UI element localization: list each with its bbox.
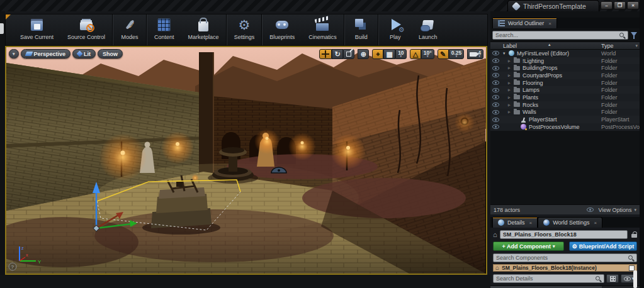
toolbar-button[interactable]: Build [345,14,378,45]
grid-snap-toggle-button[interactable]: ▦ [383,49,395,59]
unreal-editor-window: ThirdPersonTemplate – ❐ × Save Current S… [0,0,644,288]
close-button[interactable]: × [627,1,639,9]
components-search-box[interactable] [493,253,637,262]
camera-speed-button[interactable]: 4 [467,49,483,59]
close-tab-icon[interactable]: × [594,220,597,226]
outliner-row[interactable]: ▹ Plants Folder [490,94,640,101]
toolbar-button[interactable]: Launch [412,14,444,45]
expander-arrow-icon[interactable]: ▹ [508,95,514,100]
actor-name-input[interactable] [500,231,627,238]
actor-type-icon [514,80,520,85]
rotate-tool-button[interactable]: ↻ [332,49,343,59]
visibility-eye-icon[interactable] [492,125,499,129]
lit-button[interactable]: Lit [72,49,96,58]
toolbar-button[interactable]: Settings [227,14,263,45]
grid-icon: ▦ [386,51,392,58]
show-button[interactable]: Show [98,49,123,58]
component-instance-row[interactable]: ⌂ SM_Plains_Floors_Block18(Instance) [493,264,637,272]
visibility-eye-icon[interactable] [492,110,499,114]
expander-arrow-icon[interactable]: ▹ [508,58,514,64]
visibility-eye-icon[interactable] [492,88,499,92]
scale-snap-toggle-button[interactable]: ✎ [438,49,449,59]
outliner-filter-icon[interactable] [630,31,638,39]
toolbar-button[interactable]: Marketplace [181,14,227,45]
outliner-row[interactable]: ▹ Lamps Folder [490,86,640,94]
outliner-row[interactable]: ▾ MyFirstLevel (Editor) World [490,50,640,57]
outliner-search-box[interactable] [492,31,628,40]
blueprint-add-script-button[interactable]: Blueprint/Add Script [569,241,637,251]
actor-type: Folder [601,80,618,86]
visibility-eye-icon[interactable] [492,118,499,122]
visibility-eye-icon[interactable] [492,58,499,63]
toolbar-button[interactable]: Blueprints [263,14,302,45]
components-search-row [493,253,637,262]
visibility-eye-icon[interactable] [492,66,499,70]
outliner-row[interactable]: ▹ CourtyardProps Folder [490,72,640,79]
scale-tool-button[interactable] [343,49,354,59]
outliner-row[interactable]: ▹ Rocks Folder [490,101,640,109]
outliner-row[interactable]: PostProcessVolume PostProcessVolume [490,123,640,131]
surface-snap-button[interactable]: ⌖ [372,49,383,59]
collapsed-panel-tab[interactable] [0,23,4,34]
level-viewport[interactable]: z x Y ? ▾ Perspective Lit Show [5,46,487,275]
restore-button[interactable]: ❐ [614,1,626,9]
toolbar-button-icon [419,16,438,33]
label-column-header[interactable]: Label [503,43,517,49]
add-component-button[interactable]: + Add Component [493,241,564,251]
visibility-eye-icon[interactable] [492,102,499,107]
view-options-button[interactable]: View Options ▾ [585,207,636,213]
move-tool-button[interactable] [319,49,332,59]
minimize-button[interactable]: – [601,1,613,9]
property-matrix-button[interactable] [606,274,619,283]
perspective-button[interactable]: Perspective [21,49,71,58]
actor-type-icon [514,95,520,99]
outliner-row[interactable]: ▹ Flooring Folder [490,79,640,87]
expander-arrow-icon[interactable]: ▹ [508,102,514,108]
scale-snap-value-button[interactable]: 0.25 [449,49,465,59]
rotation-snap-value-button[interactable]: 10° [421,49,434,59]
outliner-search-input[interactable] [493,31,628,39]
world-local-toggle-button[interactable]: ⊕ [358,49,369,59]
expander-arrow-icon[interactable]: ▹ [508,109,514,114]
titlebar[interactable]: ThirdPersonTemplate – ❐ × [0,0,644,11]
close-tab-icon[interactable]: × [548,21,551,26]
expander-arrow-icon[interactable]: ▾ [503,51,509,56]
toolbar-button[interactable]: Source Control [60,14,113,45]
lock-icon[interactable] [631,231,637,238]
expander-arrow-icon[interactable]: ▹ [508,87,514,92]
components-search-input[interactable] [494,254,636,262]
toolbar-button[interactable]: Play [379,14,412,45]
outliner-row[interactable]: ▹ !Lighting Folder [490,57,640,65]
tab-world-settings[interactable]: World Settings × [538,217,602,228]
tab-details[interactable]: Details × [492,217,538,228]
outliner-row[interactable]: ▹ BuildingProps Folder [490,64,640,72]
details-search-input[interactable] [494,275,604,282]
details-search-box[interactable] [493,274,604,283]
rotation-snap-toggle-button[interactable]: △ [410,49,421,59]
close-tab-icon[interactable]: × [529,220,533,226]
outliner-column-header[interactable]: Label ▴ Type ▾ [490,42,640,50]
expander-arrow-icon[interactable]: ▹ [508,73,514,78]
type-filter-caret-icon[interactable]: ▾ [635,43,638,48]
transform-section-header[interactable]: ▾ Transform [490,285,640,288]
toolbar-button[interactable]: Modes [113,14,147,45]
details-buttons-row: + Add Component Blueprint/Add Script [493,241,637,251]
outliner-row[interactable]: ▹ Walls Folder [490,109,640,116]
expander-arrow-icon[interactable]: ▹ [508,80,514,86]
visibility-eye-icon[interactable] [492,80,499,85]
viewport-options-button[interactable]: ▾ [9,49,19,58]
toolbar-button[interactable]: Content [147,14,181,45]
tab-world-outliner[interactable]: World Outliner × [492,18,557,28]
visibility-eye-icon[interactable] [492,51,499,55]
visibility-eye-icon[interactable] [492,73,499,77]
outliner-row[interactable]: PlayerStart PlayerStart [490,116,640,123]
details-scrollbar[interactable] [633,270,637,288]
type-column-header[interactable]: Type [601,43,614,49]
visibility-eye-icon[interactable] [492,95,499,99]
toolbar-button[interactable]: Save Current [13,14,60,45]
actor-name-field[interactable] [500,230,628,239]
toolbar-button[interactable]: Cinematics [302,14,344,45]
grid-snap-value-button[interactable]: 10 [395,49,407,59]
window-title-tab[interactable]: ThirdPersonTemplate [507,0,599,11]
expander-arrow-icon[interactable]: ▹ [508,65,514,70]
